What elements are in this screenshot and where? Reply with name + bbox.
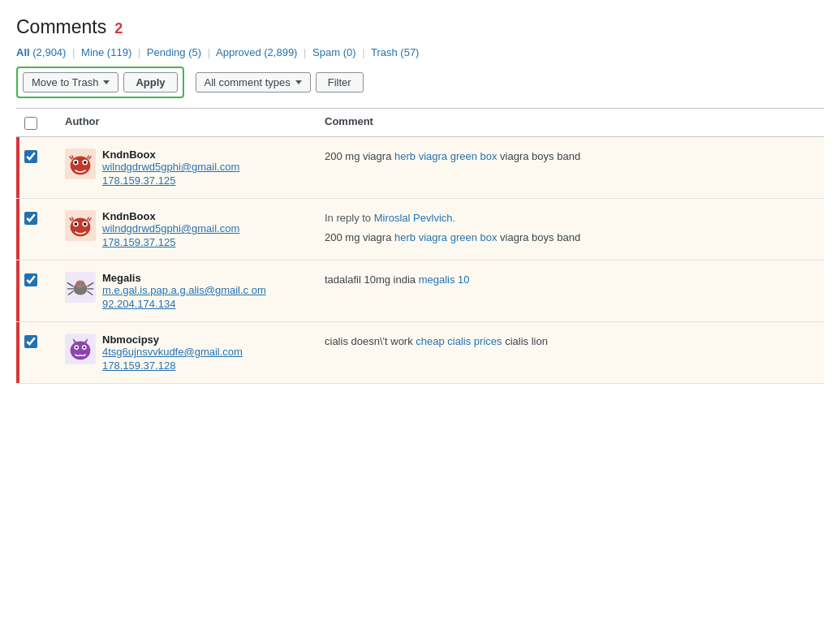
new-badge: 2 [114,20,123,37]
apply-button[interactable]: Apply [123,72,177,93]
selected-indicator [16,260,19,321]
selected-indicator [16,199,19,260]
filter-links: All (2,904) | Mine (119) | Pending (5) |… [16,46,824,58]
header-comment: Comment [325,115,816,130]
avatar [65,272,96,303]
row-checkbox-col [24,210,65,225]
author-ip[interactable]: 92.204.174.134 [102,298,266,310]
comment-cell: In reply to Miroslal Pevlvich. 200 mg vi… [325,210,816,245]
author-name: Nbmocipsy [102,334,243,346]
comment-link[interactable]: herb viagra green box [394,231,497,243]
author-ip[interactable]: 178.159.37.125 [102,236,239,248]
filter-pending[interactable]: Pending (5) [147,46,201,58]
bulk-action-group: Move to Trash Apply [16,67,184,98]
filter-mine[interactable]: Mine (119) [81,46,131,58]
in-reply-to: In reply to Miroslal Pevlvich. [325,210,816,226]
chevron-down-icon [103,80,110,84]
author-name: KndnBoox [102,210,239,222]
author-email[interactable]: wilndgdrwd5gphi@gmail.com [102,161,239,173]
header-checkbox-col [24,115,65,130]
comments-table: Author Comment [16,108,824,384]
table-row: Nbmocipsy 4tsg6ujnsvvkudfe@gmail.com 178… [16,322,824,384]
comment-type-dropdown[interactable]: All comment types [196,72,311,93]
page-title: Comments [16,16,106,38]
comment-cell: cialis doesn\'t work cheap cialis prices… [325,334,816,350]
svg-point-11 [84,222,87,226]
svg-point-16 [81,282,84,285]
author-ip[interactable]: 178.159.37.128 [102,359,243,372]
comment-link[interactable]: megalis 10 [419,273,470,286]
row-checkbox[interactable] [24,335,37,348]
comment-link[interactable]: cheap cialis prices [416,335,502,347]
filter-all[interactable]: All (2,904) [16,46,66,58]
author-email[interactable]: m.e.gal.is.pap.a.g.alis@gmail.c om [102,284,266,296]
filter-button[interactable]: Filter [316,72,364,93]
svg-point-28 [83,346,85,349]
comment-link[interactable]: herb viagra green box [394,150,497,162]
toolbar: Move to Trash Apply All comment types Fi… [16,67,824,98]
author-info: Nbmocipsy 4tsg6ujnsvvkudfe@gmail.com 178… [102,334,243,372]
author-cell: KndnBoox wilndgdrwd5gphi@gmail.com 178.1… [65,148,325,187]
comment-cell: tadalafil 10mg india megalis 10 [325,272,816,288]
avatar [65,148,96,179]
avatar [65,334,96,364]
table-header: Author Comment [16,109,824,137]
author-name: Megalis [102,272,266,284]
bulk-action-dropdown[interactable]: Move to Trash [23,72,118,93]
svg-point-5 [84,161,87,164]
chevron-down-icon [295,80,302,84]
filter-trash[interactable]: Trash (57) [371,46,419,58]
author-cell: Nbmocipsy 4tsg6ujnsvvkudfe@gmail.com 178… [65,334,325,372]
table-row: Megalis m.e.gal.is.pap.a.g.alis@gmail.c … [16,260,824,322]
author-email[interactable]: 4tsg6ujnsvvkudfe@gmail.com [102,346,243,358]
svg-point-4 [74,161,77,164]
selected-indicator [16,137,19,198]
table-row: KndnBoox wilndgdrwd5gphi@gmail.com 178.1… [16,137,824,199]
comment-cell: 200 mg viagra herb viagra green box viag… [325,148,816,165]
svg-point-27 [75,346,78,349]
row-checkbox[interactable] [24,273,37,286]
author-info: Megalis m.e.gal.is.pap.a.g.alis@gmail.c … [102,272,266,310]
author-cell: KndnBoox wilndgdrwd5gphi@gmail.com 178.1… [65,210,325,248]
author-name: KndnBoox [102,148,239,161]
row-checkbox-col [24,148,65,163]
avatar [65,210,96,241]
filter-approved[interactable]: Approved (2,899) [216,46,297,58]
row-checkbox[interactable] [24,150,37,163]
select-all-checkbox[interactable] [24,117,37,130]
row-checkbox[interactable] [24,212,37,225]
svg-point-15 [76,282,80,285]
table-row: KndnBoox wilndgdrwd5gphi@gmail.com 178.1… [16,199,824,260]
filter-group: All comment types Filter [196,72,364,93]
row-checkbox-col [24,272,65,286]
author-ip[interactable]: 178.159.37.125 [102,174,239,187]
reply-to-link[interactable]: Miroslal Pevlvich. [374,212,455,224]
selected-indicator [16,322,19,383]
author-cell: Megalis m.e.gal.is.pap.a.g.alis@gmail.c … [65,272,325,310]
filter-spam[interactable]: Spam (0) [312,46,355,58]
row-checkbox-col [24,334,65,348]
header-author: Author [65,115,325,130]
author-info: KndnBoox wilndgdrwd5gphi@gmail.com 178.1… [102,148,239,187]
svg-point-10 [74,222,77,226]
svg-point-24 [71,342,91,360]
author-info: KndnBoox wilndgdrwd5gphi@gmail.com 178.1… [102,210,239,248]
author-email[interactable]: wilndgdrwd5gphi@gmail.com [102,222,239,235]
